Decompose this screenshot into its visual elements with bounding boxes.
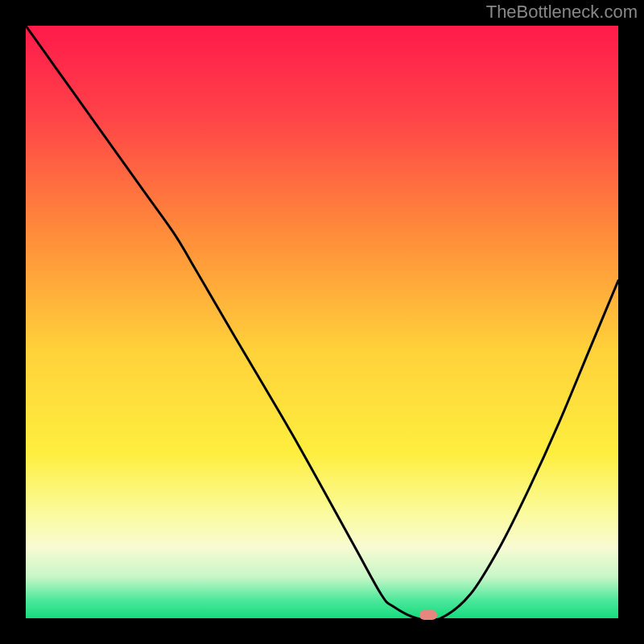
attribution-text: TheBottleneck.com — [486, 2, 638, 23]
plot-area — [26, 26, 618, 618]
chart-background-gradient — [26, 26, 618, 618]
optimal-point-marker — [419, 610, 437, 620]
svg-rect-0 — [26, 26, 618, 618]
